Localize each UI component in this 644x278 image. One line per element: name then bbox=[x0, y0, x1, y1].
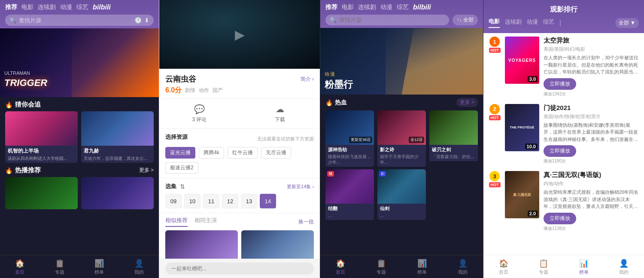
hot-card-2[interactable] bbox=[81, 177, 154, 209]
history-icon[interactable]: 🕐 bbox=[134, 17, 142, 24]
episodes-section: 选集 ⇅ 更新至14集 › 09 10 11 12 13 14 bbox=[159, 178, 320, 213]
all-select[interactable]: 全部 ▼ bbox=[615, 18, 639, 28]
anime-search[interactable]: 🔍 bbox=[325, 15, 449, 25]
rank-play-btn-1[interactable]: 立即播放 bbox=[544, 78, 576, 90]
anime-card-1[interactable]: 更新至36话 源神浩劫 随着科技的飞速发展，少年... bbox=[325, 110, 374, 167]
anime-profile-icon: 👤 bbox=[458, 259, 468, 268]
ep-update[interactable]: 更新至14集 › bbox=[287, 183, 314, 190]
source-tag-3[interactable]: 红牛云播 bbox=[228, 147, 258, 159]
anime-card-4[interactable]: 结 结翻 ... bbox=[325, 169, 374, 220]
card-desc-1: 该剧从四名刚刚进入大学校园... bbox=[8, 156, 75, 161]
ep-sort-icon[interactable]: ⇅ bbox=[180, 183, 185, 190]
nav-bilibili[interactable]: bilbili bbox=[93, 3, 111, 11]
source-tag-5[interactable]: 极速云播2 bbox=[165, 162, 198, 174]
anime-search-input[interactable] bbox=[339, 17, 445, 23]
hot-card-1[interactable] bbox=[5, 177, 78, 209]
ep-btn-13[interactable]: 13 bbox=[241, 194, 257, 208]
anime-title-3: 破刃之剑 bbox=[432, 147, 475, 153]
anime-nav-profile[interactable]: 👤 我的 bbox=[442, 255, 483, 278]
nav-topics[interactable]: 📋 专题 bbox=[40, 255, 80, 278]
ep-btn-09[interactable]: 09 bbox=[165, 194, 182, 208]
rank-thumb-3[interactable]: 真·三国无双 2.0 bbox=[505, 171, 539, 218]
card-thumb-1 bbox=[5, 111, 78, 146]
rank-play-btn-2[interactable]: 立即播放 bbox=[544, 145, 576, 157]
anime-nav-series[interactable]: 连续剧 bbox=[358, 3, 376, 11]
panel-rankings: 观影排行 电影 连续剧 动漫 综艺 | 全部 ▼ 1 HOT VOYAGERS … bbox=[483, 0, 644, 278]
anime-card-3[interactable]: 破刃之剑 「克鲁森大陆」的住... bbox=[429, 110, 478, 167]
video-player[interactable]: ▶ bbox=[159, 0, 320, 69]
source-tag-1[interactable]: 蓝光云播 bbox=[165, 147, 195, 159]
source-tag-2[interactable]: 腾腾4k bbox=[199, 147, 224, 159]
anime-nav-topics[interactable]: 📋 专题 bbox=[361, 255, 402, 278]
rec-batch-btn[interactable]: 换一批 bbox=[298, 218, 314, 226]
nav-profile[interactable]: 👤 我的 bbox=[119, 255, 159, 278]
nav-home[interactable]: 🏠 首页 bbox=[0, 255, 40, 278]
rank-nav-profile[interactable]: 👤 我的 bbox=[604, 255, 644, 278]
anime-card-2[interactable]: 全12话 影之诗 就学于天青学园的少年... bbox=[377, 110, 426, 167]
rankings-bottom-nav: 🏠 首页 📋 专题 📊 榜单 👤 我的 bbox=[483, 255, 644, 278]
anime-nav-recommend[interactable]: 推荐 bbox=[325, 3, 337, 11]
nav-movie[interactable]: 电影 bbox=[21, 3, 33, 11]
card-info-2: 君九龄 天佑六年，志宗崩逝，其次女公... bbox=[81, 146, 154, 163]
search-input[interactable] bbox=[19, 17, 132, 24]
anime-card-5[interactable]: 剧 仙剑 ... bbox=[377, 169, 426, 220]
search-bar[interactable]: 🔍 🕐 ⬇ bbox=[5, 15, 154, 26]
brief-link[interactable]: 简介 › bbox=[301, 76, 314, 83]
rank-info-2: 门徒2021 美国/动作/惊悚/犯罪/犯罪片 故事围绕伪劫(基甄饰)和安娜(李美… bbox=[544, 104, 639, 165]
anime-nav-rankings[interactable]: 📊 榜单 bbox=[402, 255, 443, 278]
anime-more-link[interactable]: 更多 > bbox=[456, 98, 478, 107]
ep-badge-2: 全12话 bbox=[409, 137, 424, 143]
ep-grid: 09 10 11 12 13 14 bbox=[165, 194, 314, 208]
ep-btn-12[interactable]: 12 bbox=[222, 194, 238, 208]
rank-nav-topics[interactable]: 📋 专题 bbox=[524, 255, 564, 278]
anime-nav-home[interactable]: 🏠 首页 bbox=[320, 255, 361, 278]
nav-series[interactable]: 连续剧 bbox=[38, 3, 56, 11]
comment-action[interactable]: 💬 3 评论 bbox=[159, 104, 240, 123]
nav-rankings[interactable]: 📊 榜单 bbox=[79, 255, 119, 278]
fire-icon-3: 🔥 bbox=[325, 99, 333, 106]
rank-tab-movie[interactable]: 电影 bbox=[489, 18, 500, 28]
rec-tab-similar[interactable]: 相似推荐 bbox=[165, 217, 188, 227]
ep-btn-11[interactable]: 11 bbox=[203, 194, 219, 208]
anime-thumb-2: 全12话 bbox=[377, 110, 426, 145]
anime-nav-bilibili[interactable]: bilbili bbox=[413, 3, 431, 11]
rank-play-btn-3[interactable]: 立即播放 bbox=[544, 213, 576, 224]
anime-banner[interactable]: 动漫 粉墨行 bbox=[320, 28, 483, 95]
play-icon: ▶ bbox=[235, 27, 245, 42]
rec-tab-cast[interactable]: 相同主演 bbox=[194, 217, 217, 227]
source-tag-4[interactable]: 无尽云播 bbox=[261, 147, 291, 159]
download-action[interactable]: ☁ 下载 bbox=[240, 104, 320, 123]
anime-nav-anime[interactable]: 动漫 bbox=[380, 3, 392, 11]
anime-title-2: 影之诗 bbox=[380, 147, 423, 153]
recommend-card-2[interactable]: 君九龄 天佑六年，志宗崩逝，其次女公... bbox=[81, 111, 154, 163]
ep-title: 选集 bbox=[165, 183, 176, 190]
rank-nav-home[interactable]: 🏠 首页 bbox=[483, 255, 524, 278]
rankings-icon: 📊 bbox=[94, 259, 104, 268]
anime-nav-movie[interactable]: 电影 bbox=[342, 3, 354, 11]
nav-recommend[interactable]: 推荐 bbox=[5, 3, 17, 11]
rank-tab-variety[interactable]: 综艺 bbox=[543, 18, 554, 27]
ep-btn-10[interactable]: 10 bbox=[184, 194, 200, 208]
rank-tab-series[interactable]: 连续剧 bbox=[505, 18, 522, 27]
anime-nav-variety[interactable]: 综艺 bbox=[397, 3, 409, 11]
hot-recs-grid bbox=[5, 177, 154, 209]
nav-anime[interactable]: 动漫 bbox=[60, 3, 72, 11]
rank-thumb-1[interactable]: VOYAGERS 3.0 bbox=[505, 37, 539, 84]
rank-nav-rankings[interactable]: 📊 榜单 bbox=[564, 255, 604, 278]
hot-more-link[interactable]: 更多 > bbox=[139, 167, 154, 174]
anime-desc-5: ... bbox=[380, 213, 423, 218]
nav-variety[interactable]: 综艺 bbox=[76, 3, 88, 11]
comment-input[interactable] bbox=[165, 263, 314, 275]
ep-btn-14[interactable]: 14 bbox=[260, 194, 276, 208]
rank-info-3: 真·三国无双(粤语版) 内地/动作 由光荣特库摩正式授权，改编自畅销20年同名游… bbox=[544, 171, 639, 232]
recommend-card-1[interactable]: 机智的上半场 该剧从四名刚刚进入大学校园... bbox=[5, 111, 78, 163]
hot-section-title: 🔥 热播推荐 更多 > bbox=[0, 163, 159, 177]
comment-icon: 💬 bbox=[194, 104, 205, 114]
rank-title-3: 真·三国无双(粤语版) bbox=[544, 171, 639, 179]
rank-hot-1: HOT bbox=[489, 48, 501, 53]
filter-btn[interactable]: ↑↓ 全部 bbox=[453, 15, 478, 25]
rank-tab-anime[interactable]: 动漫 bbox=[527, 18, 538, 27]
download-icon[interactable]: ⬇ bbox=[144, 17, 149, 24]
home-banner[interactable]: ULTRAMAN TRIGGER bbox=[0, 28, 159, 97]
rank-thumb-2[interactable]: THE PROTÉGÉ 10.0 bbox=[505, 104, 539, 151]
